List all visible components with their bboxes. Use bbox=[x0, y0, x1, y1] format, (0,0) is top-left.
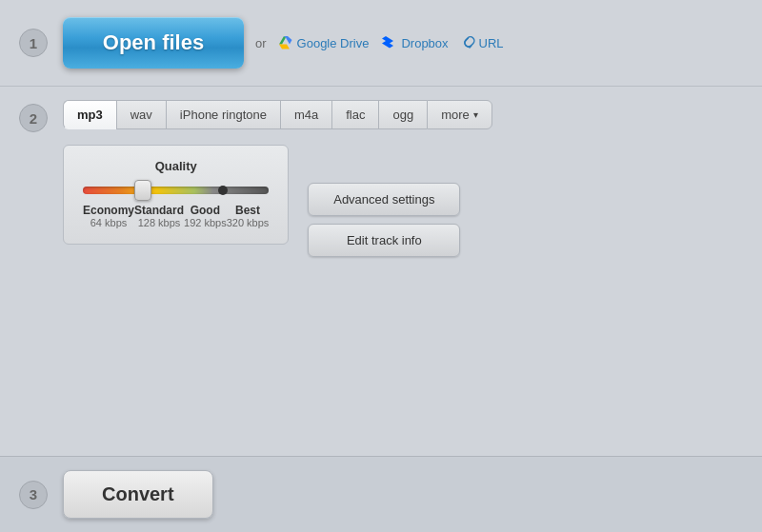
quality-row: Quality Economy 64 kbps Standa bbox=[63, 145, 743, 257]
slider-dot bbox=[218, 186, 228, 195]
chevron-down-icon: ▾ bbox=[473, 109, 478, 120]
dropbox-icon bbox=[382, 35, 397, 50]
tab-flac[interactable]: flac bbox=[331, 100, 378, 129]
right-buttons: Advanced settings Edit track info bbox=[308, 145, 460, 257]
tab-ogg[interactable]: ogg bbox=[378, 100, 427, 129]
quality-labels: Economy 64 kbps Standard 128 kbps Good 1… bbox=[83, 204, 269, 228]
step1-circle: 1 bbox=[19, 29, 48, 57]
open-files-button[interactable]: Open files bbox=[63, 17, 244, 69]
section1: 1 Open files or Google Drive Dropbox bbox=[0, 0, 762, 87]
tab-iphone-ringtone[interactable]: iPhone ringtone bbox=[166, 100, 280, 129]
slider-thumb[interactable] bbox=[134, 180, 151, 201]
url-icon bbox=[462, 36, 475, 49]
url-link[interactable]: URL bbox=[462, 36, 504, 50]
step3-circle: 3 bbox=[19, 481, 48, 509]
section2: 2 mp3 wav iPhone ringtone m4a flac bbox=[0, 87, 762, 456]
tab-m4a[interactable]: m4a bbox=[280, 100, 331, 129]
google-drive-icon bbox=[278, 35, 293, 50]
svg-marker-2 bbox=[279, 45, 290, 49]
tab-wav[interactable]: wav bbox=[116, 100, 166, 129]
slider-track bbox=[83, 187, 269, 194]
section2-content: mp3 wav iPhone ringtone m4a flac ogg bbox=[63, 100, 743, 257]
cloud-links: Google Drive Dropbox URL bbox=[278, 35, 504, 50]
step2-circle: 2 bbox=[19, 104, 48, 132]
quality-label-best: Best 320 kbps bbox=[227, 204, 270, 228]
tab-mp3[interactable]: mp3 bbox=[63, 100, 116, 129]
quality-label-economy: Economy 64 kbps bbox=[83, 204, 134, 228]
slider-container bbox=[83, 187, 269, 194]
quality-panel: Quality Economy 64 kbps Standa bbox=[63, 145, 289, 245]
quality-label-good: Good 192 kbps bbox=[184, 204, 227, 228]
dropbox-link[interactable]: Dropbox bbox=[382, 35, 448, 50]
section3: 3 Convert bbox=[0, 456, 762, 532]
quality-label-standard: Standard 128 kbps bbox=[134, 204, 184, 228]
google-drive-link[interactable]: Google Drive bbox=[278, 35, 370, 50]
edit-track-info-button[interactable]: Edit track info bbox=[308, 224, 460, 257]
main-container: 1 Open files or Google Drive Dropbox bbox=[0, 0, 762, 532]
tabs-row: mp3 wav iPhone ringtone m4a flac ogg bbox=[63, 100, 743, 129]
svg-marker-0 bbox=[279, 36, 286, 45]
convert-button[interactable]: Convert bbox=[63, 470, 213, 519]
quality-title: Quality bbox=[83, 159, 269, 173]
or-text: or bbox=[255, 36, 267, 50]
advanced-settings-button[interactable]: Advanced settings bbox=[308, 183, 460, 216]
tab-more[interactable]: more ▾ bbox=[427, 100, 492, 129]
